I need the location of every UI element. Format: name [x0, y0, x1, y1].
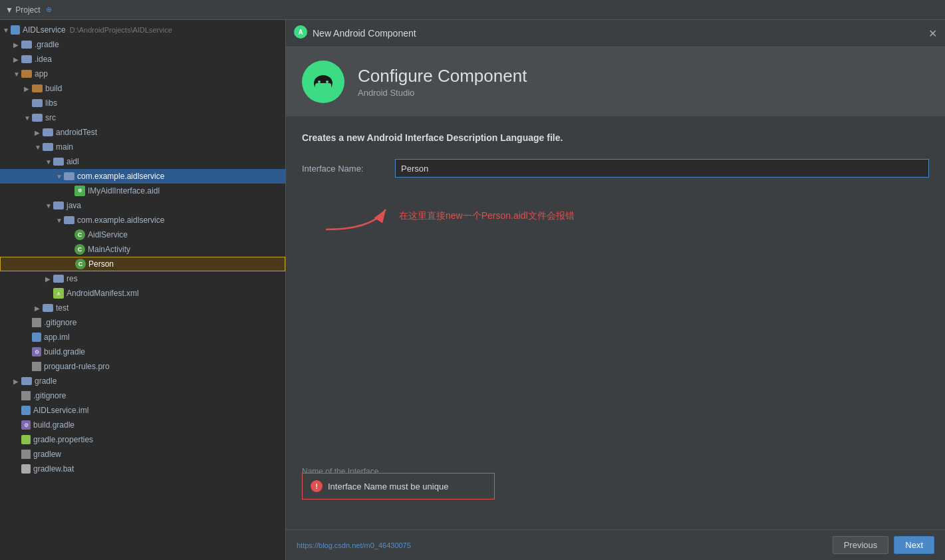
- gradle-file-icon: ⚙: [21, 420, 31, 430]
- tree-item[interactable]: ▶res: [0, 271, 285, 286]
- android-logo: [302, 61, 344, 103]
- tree-item[interactable]: ▶build: [0, 81, 285, 96]
- close-button[interactable]: ✕: [928, 27, 937, 40]
- tree-item[interactable]: libs: [0, 96, 285, 110]
- tree-item-label: build: [45, 84, 62, 93]
- tree-item[interactable]: ▼java: [0, 198, 285, 213]
- tree-item-label: com.example.aidlservice: [77, 172, 164, 181]
- top-bar: ▼ Project ⊕: [0, 0, 945, 20]
- tree-item[interactable]: ▶.gradle: [0, 37, 285, 52]
- form-row-interface: Interface Name:: [302, 159, 929, 178]
- generic-file-icon: [21, 391, 31, 400]
- dialog-title: New Android Component: [313, 28, 416, 39]
- tree-item-label: gradle.properties: [33, 435, 93, 444]
- folder-icon: [53, 202, 64, 210]
- tree-item[interactable]: .gitignore: [0, 388, 285, 403]
- tree-item-label: .gitignore: [33, 391, 66, 400]
- tree-item[interactable]: ▼aidl: [0, 154, 285, 169]
- previous-button[interactable]: Previous: [833, 536, 889, 554]
- tree-item-label: proguard-rules.pro: [44, 362, 110, 371]
- dialog-android-icon: A: [294, 25, 307, 41]
- tree-item-label: MainActivity: [88, 245, 130, 254]
- bat-file-icon: [21, 464, 31, 474]
- iml-file-icon: [32, 333, 41, 342]
- folder-icon: [53, 158, 64, 166]
- tree-item[interactable]: CMainActivity: [0, 242, 285, 257]
- android-file-icon: A: [53, 288, 64, 299]
- generic-file-icon: [32, 362, 41, 371]
- add-module-btn[interactable]: ⊕: [46, 5, 52, 14]
- tree-item[interactable]: proguard-rules.pro: [0, 359, 285, 374]
- folder-icon: [53, 275, 64, 283]
- tree-item[interactable]: gradlew.bat: [0, 462, 285, 476]
- tree-item-label: AIDLservice: [23, 25, 66, 35]
- tree-item-label: gradlew.bat: [33, 464, 74, 474]
- tree-item-label: app: [35, 69, 48, 78]
- tree-item-label: build.gradle: [44, 347, 85, 356]
- tree-item[interactable]: ▼com.example.aidlservice: [0, 213, 285, 227]
- folder-icon: [64, 216, 74, 224]
- dialog-header-text: Configure Component Android Studio: [358, 66, 527, 98]
- gradle-file-icon: ⚙: [32, 347, 41, 356]
- folder-icon: [32, 114, 43, 122]
- svg-line-5: [315, 71, 319, 75]
- dialog-header: Configure Component Android Studio: [286, 47, 945, 116]
- interface-name-input[interactable]: [395, 159, 929, 178]
- error-message: Interface Name must be unique: [328, 482, 448, 491]
- svg-line-6: [328, 71, 331, 75]
- properties-file-icon: [21, 435, 31, 444]
- tree-item-label: .gradle: [35, 40, 59, 49]
- folder-icon: [64, 172, 74, 180]
- project-path: D:\AndroidProjects\AIDLservice: [70, 26, 172, 34]
- tree-item[interactable]: ▶androidTest: [0, 125, 285, 140]
- tree-item-label: .gitignore: [44, 318, 76, 327]
- tree-item[interactable]: ▼com.example.aidlservice: [0, 169, 285, 184]
- tree-item[interactable]: CAidlService: [0, 227, 285, 242]
- tree-item[interactable]: ▼app: [0, 67, 285, 81]
- svg-point-4: [326, 80, 329, 83]
- tree-item[interactable]: ⚙build.gradle: [0, 345, 285, 359]
- tree-item[interactable]: ⚙IMyAidlInterface.aidl: [0, 184, 285, 198]
- tree-item[interactable]: .gitignore: [0, 315, 285, 330]
- tree-item[interactable]: CPerson: [0, 257, 285, 271]
- folder-brown-icon: [21, 70, 32, 78]
- top-bar-title: ▼ Project: [5, 5, 41, 15]
- folder-icon: [43, 304, 53, 312]
- tree-item-label: res: [67, 274, 78, 283]
- dialog-header-title: Configure Component: [358, 66, 527, 86]
- tree-item[interactable]: gradlew: [0, 447, 285, 462]
- folder-icon: [21, 377, 32, 385]
- tree-item[interactable]: ▶test: [0, 301, 285, 315]
- tree-item[interactable]: ▼AIDLserviceD:\AndroidProjects\AIDLservi…: [0, 23, 285, 37]
- tree-item[interactable]: ▼main: [0, 140, 285, 154]
- tree-item-label: IMyAidlInterface.aidl: [88, 186, 160, 196]
- tree-item[interactable]: ▶gradle: [0, 374, 285, 388]
- tree-item[interactable]: ▼src: [0, 110, 285, 125]
- dialog-footer: https://blog.csdn.net/m0_46430075 Previo…: [286, 529, 945, 560]
- tree-item-label: gradlew: [33, 450, 61, 459]
- dialog-body: Creates a new Android Interface Descript…: [286, 116, 945, 529]
- tree-item[interactable]: AIDLservice.iml: [0, 403, 285, 418]
- next-button[interactable]: Next: [894, 536, 934, 554]
- tree-item[interactable]: AAndroidManifest.xml: [0, 286, 285, 301]
- tree-item-label: main: [56, 142, 73, 152]
- tree-item-label: AidlService: [88, 230, 128, 239]
- tree-item-label: androidTest: [56, 128, 97, 137]
- file-tree: ▼AIDLserviceD:\AndroidProjects\AIDLservi…: [0, 20, 286, 560]
- tree-item-label: test: [56, 303, 68, 313]
- java-file-icon: C: [74, 244, 85, 255]
- folder-icon: [32, 99, 43, 107]
- tree-item[interactable]: ▶.idea: [0, 52, 285, 67]
- tree-item[interactable]: app.iml: [0, 330, 285, 345]
- tree-item[interactable]: ⚙build.gradle: [0, 418, 285, 432]
- tree-item-label: Person: [88, 259, 114, 269]
- error-box: ! Interface Name must be unique: [302, 473, 495, 499]
- tree-item-label: AndroidManifest.xml: [67, 289, 139, 298]
- project-icon: [11, 25, 20, 35]
- tree-item[interactable]: gradle.properties: [0, 432, 285, 447]
- iml-file-icon: [21, 406, 31, 415]
- footer-url: https://blog.csdn.net/m0_46430075: [297, 541, 411, 549]
- folder-brown-icon: [32, 84, 43, 92]
- svg-text:A: A: [298, 29, 303, 36]
- generic-file-icon: [32, 318, 41, 327]
